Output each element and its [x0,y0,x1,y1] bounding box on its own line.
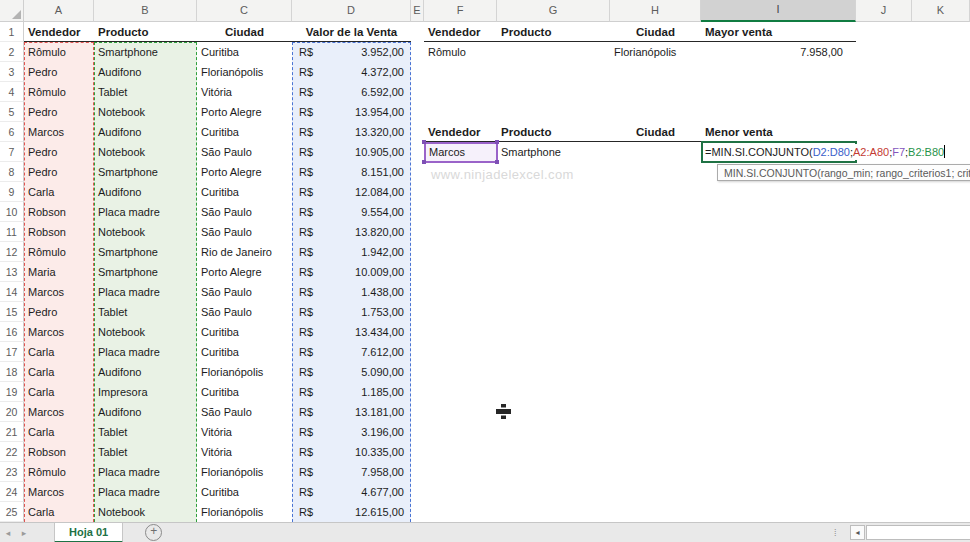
row-header[interactable]: 21 [0,422,24,442]
cell-vendedor[interactable]: Carla [24,502,94,522]
row-header[interactable]: 11 [0,222,24,242]
cell-vendedor[interactable]: Pedro [24,142,94,162]
cell-ciudad[interactable]: Florianópolis [197,502,292,522]
cell-vendedor[interactable]: Pedro [24,62,94,82]
cell-producto[interactable]: Placa madre [94,342,197,362]
cell-ciudad[interactable]: Curitiba [197,122,292,142]
column-header[interactable]: J [856,0,912,22]
add-sheet-button[interactable]: + [145,524,162,541]
formula-text[interactable]: =MIN.SI.CONJUNTO(D2:D80;A2:A80;F7;B2:B80 [705,144,945,160]
cell-ciudad[interactable]: Curitiba [197,482,292,502]
cell-valor[interactable]: R$ 6.592,00 [292,82,411,102]
cell-producto[interactable]: Smartphone [94,42,197,62]
row-header[interactable]: 2 [0,42,24,62]
cell-vendedor[interactable]: Pedro [24,302,94,322]
row-header[interactable]: 25 [0,502,24,522]
cell-valor[interactable]: R$ 13.434,00 [292,322,411,342]
sheet-nav-right-icon[interactable]: ▸ [16,528,32,538]
column-header[interactable]: D [292,0,411,22]
row-header[interactable]: 3 [0,62,24,82]
cell-valor[interactable]: R$ 1.438,00 [292,282,411,302]
cell-valor[interactable]: R$ 12.615,00 [292,502,411,522]
column-header[interactable]: A [24,0,94,22]
cell-ciudad[interactable]: Porto Alegre [197,102,292,122]
cell-producto[interactable]: Audifono [94,122,197,142]
cell-producto[interactable]: Audifono [94,62,197,82]
row-header[interactable]: 10 [0,202,24,222]
cell-ciudad[interactable]: Curitiba [197,382,292,402]
cell-valor[interactable]: R$ 13.954,00 [292,102,411,122]
cell-producto[interactable]: Tablet [94,82,197,102]
cell-vendedor[interactable]: Carla [24,362,94,382]
row-header[interactable]: 18 [0,362,24,382]
cell-producto[interactable]: Audifono [94,402,197,422]
cell-valor[interactable]: R$ 13.181,00 [292,402,411,422]
column-header[interactable]: H [610,0,701,22]
cell-valor[interactable]: R$ 10.009,00 [292,262,411,282]
cell-vendedor[interactable]: Pedro [24,102,94,122]
row-header[interactable]: 14 [0,282,24,302]
cell-ciudad[interactable]: Porto Alegre [197,162,292,182]
select-all-corner[interactable] [0,0,24,22]
cell-vendedor[interactable]: Rômulo [24,82,94,102]
cell-valor[interactable]: R$ 5.090,00 [292,362,411,382]
cell-ciudad[interactable]: São Paulo [197,302,292,322]
cell-ciudad[interactable]: São Paulo [197,222,292,242]
mayor-header-ciudad[interactable]: Ciudad [610,22,701,42]
row-header[interactable]: 13 [0,262,24,282]
row-header[interactable]: 1 [0,22,24,42]
menor-producto-cell[interactable]: Smartphone [497,142,610,162]
mayor-ciudad-cell[interactable]: Florianópolis [610,42,701,62]
cell-producto[interactable]: Placa madre [94,282,197,302]
cell-vendedor[interactable]: Pedro [24,162,94,182]
cell-ciudad[interactable]: Curitiba [197,42,292,62]
column-header[interactable]: I [701,0,856,22]
referenced-cell-f7[interactable]: Marcos [424,142,498,163]
cell-valor[interactable]: R$ 13.320,00 [292,122,411,142]
header-producto[interactable]: Producto [94,22,197,42]
tabbar-resize-grip[interactable]: ⁞ [834,531,842,535]
cell-ciudad[interactable]: São Paulo [197,142,292,162]
mayor-result-cell[interactable]: 7.958,00 [701,42,856,62]
cell-producto[interactable]: Tablet [94,302,197,322]
cell-valor[interactable]: R$ 3.952,00 [292,42,411,62]
cell-ciudad[interactable]: Vitória [197,422,292,442]
column-header[interactable]: K [912,0,970,22]
cell-producto[interactable]: Placa madre [94,202,197,222]
sheet-nav-left-icon[interactable]: ◂ [0,528,16,538]
cell-ciudad[interactable]: Florianópolis [197,362,292,382]
cell-valor[interactable]: R$ 13.820,00 [292,222,411,242]
column-header[interactable]: E [411,0,424,22]
mayor-header-result[interactable]: Mayor venta [701,22,856,42]
cell-vendedor[interactable]: Marcos [24,282,94,302]
cell-valor[interactable]: R$ 7.612,00 [292,342,411,362]
row-header[interactable]: 5 [0,102,24,122]
cell-vendedor[interactable]: Marcos [24,322,94,342]
header-ciudad[interactable]: Ciudad [197,22,292,42]
cell-valor[interactable]: R$ 1.942,00 [292,242,411,262]
row-header[interactable]: 8 [0,162,24,182]
cell-vendedor[interactable]: Maria [24,262,94,282]
cell-valor[interactable]: R$ 9.554,00 [292,202,411,222]
mayor-vendedor-cell[interactable]: Rômulo [424,42,497,62]
row-header[interactable]: 6 [0,122,24,142]
cell-ciudad[interactable]: São Paulo [197,282,292,302]
cell-vendedor[interactable]: Carla [24,422,94,442]
menor-header-result[interactable]: Menor venta [701,122,856,142]
cell-ciudad[interactable]: Vitória [197,442,292,462]
cell-producto[interactable]: Audifono [94,182,197,202]
cell-ciudad[interactable]: São Paulo [197,202,292,222]
cell-ciudad[interactable]: Florianópolis [197,62,292,82]
cell-valor[interactable]: R$ 1.753,00 [292,302,411,322]
column-header[interactable]: C [197,0,292,22]
row-header[interactable]: 12 [0,242,24,262]
cell-valor[interactable]: R$ 1.185,00 [292,382,411,402]
cell-valor[interactable]: R$ 8.151,00 [292,162,411,182]
cell-ciudad[interactable]: Curitiba [197,342,292,362]
menor-header-producto[interactable]: Producto [497,122,610,142]
cell-ciudad[interactable]: Florianópolis [197,462,292,482]
row-header[interactable]: 4 [0,82,24,102]
cell-vendedor[interactable]: Marcos [24,122,94,142]
cell-valor[interactable]: R$ 4.677,00 [292,482,411,502]
cell-vendedor[interactable]: Rômulo [24,42,94,62]
